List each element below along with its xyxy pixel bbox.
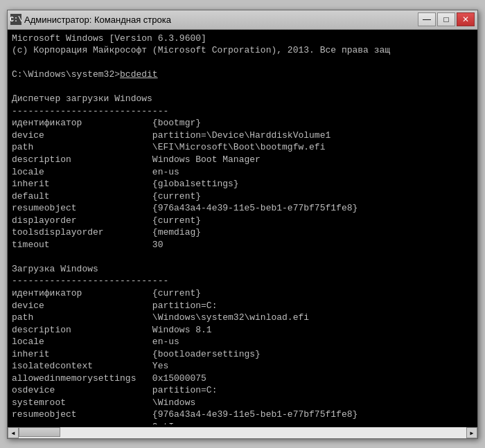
console-line: ----------------------------- [12, 276, 168, 286]
prompt-line: C:\Windows\system32>bcdedit [12, 69, 158, 80]
console-line: nx OptIn [12, 422, 179, 424]
scrollbar-thumb[interactable] [19, 427, 60, 437]
console-line: Диспетчер загрузки Windows [12, 93, 152, 104]
console-line: ----------------------------- [12, 106, 168, 116]
console-line: timeout 30 [12, 240, 163, 250]
console-line: systemroot \Windows [12, 397, 195, 408]
console-line: displayorder {current} [12, 215, 201, 226]
console-line: resumeobject {976a43a4-4e39-11e5-beb1-e7… [12, 409, 358, 420]
scroll-right-button[interactable]: ▶ [466, 427, 477, 438]
console-area[interactable]: Microsoft Windows [Version 6.3.9600] (с)… [8, 30, 477, 427]
title-bar: C:\ Администратор: Командная строка — □ … [8, 10, 477, 30]
console-line: isolatedcontext Yes [12, 361, 168, 371]
window-title: Администратор: Командная строка [24, 15, 171, 25]
scroll-left-button[interactable]: ◀ [8, 427, 19, 438]
minimize-button[interactable]: — [418, 12, 436, 26]
console-line: (с) Корпорация Майкрософт (Microsoft Cor… [12, 45, 390, 55]
console-content: Microsoft Windows [Version 6.3.9600] (с)… [12, 33, 473, 424]
console-line: description Windows 8.1 [12, 325, 212, 335]
console-line: default {current} [12, 191, 201, 201]
console-line: description Windows Boot Manager [12, 154, 261, 165]
console-line: идентификатор {current} [12, 288, 201, 298]
console-line: osdevice partition=C: [12, 385, 217, 395]
title-bar-controls: — □ ✕ [418, 12, 475, 26]
bcdedit-command: bcdedit [120, 69, 158, 80]
horizontal-scrollbar[interactable]: ◀ ▶ [8, 427, 477, 438]
console-line: locale en-us [12, 167, 179, 177]
close-button[interactable]: ✕ [457, 12, 475, 26]
scrollbar-track[interactable] [19, 427, 466, 438]
console-line: Загрузка Windows [12, 264, 98, 274]
console-line: allowedinmemorysettings 0x15000075 [12, 373, 206, 384]
console-line: locale en-us [12, 337, 179, 347]
console-line: resumeobject {976a43a4-4e39-11e5-beb1-e7… [12, 203, 358, 213]
title-bar-left: C:\ Администратор: Командная строка [10, 14, 171, 25]
console-line: path \Windows\system32\winload.efi [12, 312, 309, 323]
cmd-window: C:\ Администратор: Командная строка — □ … [7, 10, 478, 439]
console-line: inherit {bootloadersettings} [12, 349, 261, 359]
console-line: device partition=C: [12, 301, 217, 311]
console-line: toolsdisplayorder {memdiag} [12, 227, 201, 238]
cmd-icon: C:\ [10, 14, 21, 25]
console-line: Microsoft Windows [Version 6.3.9600] [12, 33, 206, 44]
maximize-button[interactable]: □ [437, 12, 455, 26]
console-line: inherit {globalsettings} [12, 179, 239, 189]
console-line: path \EFI\Microsoft\Boot\bootmgfw.efi [12, 142, 325, 152]
console-line: идентификатор {bootmgr} [12, 118, 201, 128]
console-line: device partition=\Device\HarddiskVolume1 [12, 130, 330, 141]
